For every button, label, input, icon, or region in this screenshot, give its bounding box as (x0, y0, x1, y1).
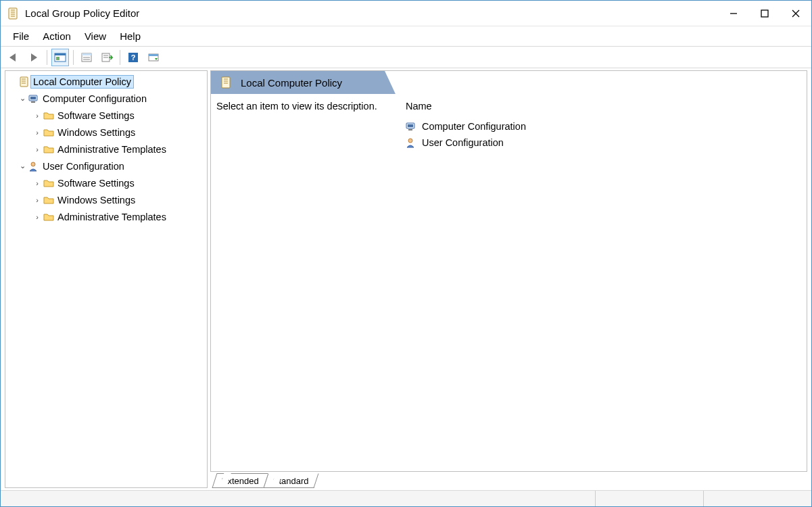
status-cell (595, 491, 703, 506)
tree-software-settings[interactable]: › Software Settings (5, 107, 207, 124)
svg-rect-37 (408, 129, 412, 130)
tree-computer-configuration[interactable]: ⌄ Computer Configuration (5, 90, 207, 107)
tree-label: Administrative Templates (55, 211, 168, 223)
tree-software-settings[interactable]: › Software Settings (5, 174, 207, 191)
computer-icon (27, 93, 41, 104)
toolbar-separator (120, 50, 120, 65)
detail-body: Select an item to view its description. … (211, 94, 807, 471)
svg-rect-29 (31, 101, 35, 103)
folder-icon (42, 110, 55, 121)
toolbar-separator (47, 50, 47, 65)
svg-rect-36 (408, 124, 413, 127)
tree-windows-settings[interactable]: › Windows Settings (5, 124, 207, 141)
svg-rect-10 (55, 53, 66, 55)
computer-icon (406, 121, 418, 132)
svg-rect-6 (761, 10, 768, 17)
folder-icon (42, 144, 55, 155)
folder-icon (42, 127, 55, 138)
toolbar: ? (1, 47, 811, 68)
menu-bar: File Action View Help (1, 26, 811, 47)
app-icon (7, 7, 20, 20)
tree-pane[interactable]: Local Computer Policy ⌄ Computer Configu… (5, 70, 208, 488)
svg-rect-22 (149, 54, 158, 56)
status-bar (1, 490, 811, 506)
description-text: Select an item to view its description. (216, 101, 406, 471)
list-item-user-configuration[interactable]: User Configuration (406, 135, 800, 151)
export-list-button[interactable] (98, 49, 116, 66)
forward-button[interactable] (25, 49, 43, 66)
user-icon (406, 137, 418, 148)
svg-rect-31 (222, 77, 230, 88)
user-icon (27, 161, 41, 172)
svg-text:?: ? (131, 53, 136, 62)
list-item-label: User Configuration (422, 137, 504, 148)
bottom-tabs: Extended Standard (210, 472, 807, 488)
svg-rect-28 (30, 97, 36, 99)
policy-icon (18, 76, 31, 87)
tab-label: Extended (222, 476, 259, 486)
tree-label: Windows Settings (55, 194, 137, 206)
content-split: Local Computer Policy ⌄ Computer Configu… (1, 68, 811, 490)
expand-icon[interactable]: › (32, 112, 42, 120)
menu-file[interactable]: File (6, 28, 36, 45)
svg-rect-23 (20, 77, 28, 87)
svg-rect-0 (9, 8, 17, 19)
tree-label: Administrative Templates (55, 143, 168, 155)
expand-icon[interactable]: › (32, 128, 42, 137)
expand-icon[interactable]: › (32, 179, 42, 187)
right-pane: Local Computer Policy Select an item to … (210, 70, 807, 488)
maximize-button[interactable] (749, 1, 780, 26)
status-cell (1, 491, 595, 506)
tree-label: Windows Settings (55, 126, 137, 139)
expand-icon[interactable]: › (32, 196, 42, 204)
collapse-icon[interactable]: ⌄ (18, 94, 27, 103)
list-item-computer-configuration[interactable]: Computer Configuration (406, 118, 800, 135)
toolbar-separator (73, 50, 74, 65)
collapse-icon[interactable]: ⌄ (18, 162, 27, 170)
title-bar: Local Group Policy Editor (1, 1, 811, 26)
filter-button[interactable] (145, 49, 162, 66)
tree-label: Software Settings (55, 177, 137, 189)
menu-help[interactable]: Help (113, 28, 147, 45)
minimize-button[interactable] (718, 1, 749, 26)
tree-windows-settings[interactable]: › Windows Settings (5, 191, 207, 208)
menu-view[interactable]: View (78, 28, 113, 45)
help-button[interactable]: ? (124, 49, 142, 66)
list-item-label: Computer Configuration (422, 121, 526, 132)
show-hide-tree-button[interactable] (51, 49, 69, 66)
close-button[interactable] (780, 1, 811, 26)
folder-icon (42, 195, 55, 206)
tab-standard[interactable]: Standard (263, 473, 318, 488)
back-button[interactable] (5, 49, 22, 66)
folder-icon (42, 212, 55, 222)
tree: Local Computer Policy ⌄ Computer Configu… (5, 71, 207, 227)
svg-rect-11 (56, 57, 59, 60)
window-title: Local Group Policy Editor (25, 7, 139, 19)
app-window: Local Group Policy Editor File Action Vi… (0, 0, 812, 507)
tree-label: Software Settings (55, 110, 137, 122)
tree-label: Computer Configuration (41, 93, 149, 105)
list-column: Name Computer Configuration User Configu… (406, 101, 800, 471)
tree-label: User Configuration (41, 160, 126, 172)
tree-administrative-templates[interactable]: › Administrative Templates (5, 141, 207, 158)
svg-point-38 (408, 139, 412, 143)
status-cell (703, 491, 811, 506)
expand-icon[interactable]: › (32, 145, 42, 153)
detail-header: Local Computer Policy (211, 71, 807, 94)
tab-label: Standard (273, 476, 309, 486)
svg-point-30 (31, 162, 35, 166)
tree-label: Local Computer Policy (31, 76, 133, 88)
svg-rect-13 (82, 53, 91, 55)
policy-icon (220, 76, 233, 89)
folder-icon (42, 178, 55, 189)
properties-button[interactable] (78, 49, 95, 66)
detail-heading: Local Computer Policy (241, 77, 342, 89)
name-column-header[interactable]: Name (406, 101, 800, 112)
tree-administrative-templates[interactable]: › Administrative Templates (5, 208, 207, 225)
detail-pane: Local Computer Policy Select an item to … (210, 70, 807, 472)
tab-extended[interactable]: Extended (212, 473, 268, 488)
menu-action[interactable]: Action (36, 28, 78, 45)
tree-root[interactable]: Local Computer Policy (5, 73, 207, 90)
tree-user-configuration[interactable]: ⌄ User Configuration (5, 158, 207, 174)
expand-icon[interactable]: › (32, 213, 42, 221)
